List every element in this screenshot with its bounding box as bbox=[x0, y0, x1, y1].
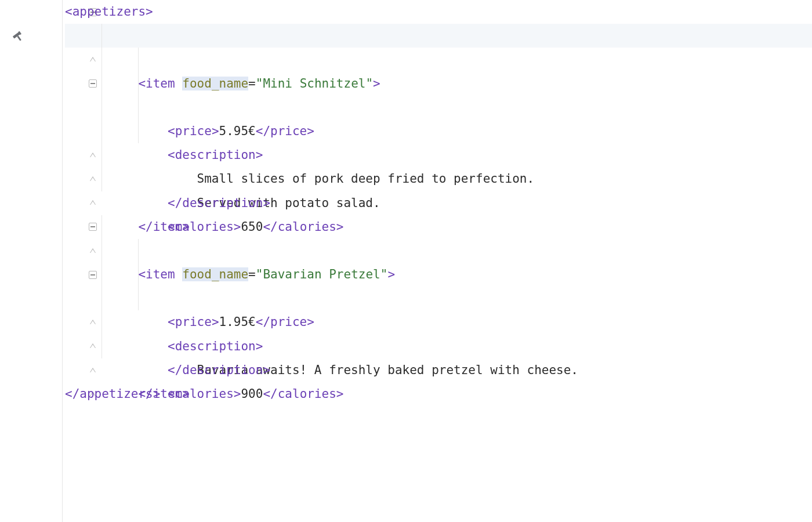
indent-guide bbox=[102, 48, 102, 71]
xml-editor[interactable]: <appetizers> <item food_name="Mini Schni… bbox=[0, 0, 812, 522]
indent-guide bbox=[102, 335, 102, 358]
indent-guide bbox=[138, 287, 139, 310]
indent-guide bbox=[102, 263, 102, 287]
indent-guide bbox=[138, 239, 139, 263]
code-line[interactable] bbox=[65, 430, 812, 454]
code-line[interactable] bbox=[65, 502, 812, 522]
code-line[interactable]: </item> bbox=[65, 191, 812, 215]
gutter-icons bbox=[0, 0, 35, 522]
code-line[interactable]: <price>1.95€</price> bbox=[65, 239, 812, 263]
indent-guide bbox=[102, 119, 102, 143]
tag-open: <appetizers> bbox=[65, 5, 153, 19]
code-line[interactable]: Small slices of pork deep fried to perfe… bbox=[65, 96, 812, 119]
fold-column bbox=[35, 0, 55, 522]
indent-guide bbox=[138, 96, 139, 119]
code-line[interactable]: <item food_name="Mini Schnitzel"> bbox=[65, 24, 812, 48]
indent-guide bbox=[138, 119, 139, 143]
code-line[interactable]: </item> bbox=[65, 358, 812, 382]
indent-guide bbox=[138, 72, 139, 96]
indent-guide bbox=[102, 167, 102, 191]
indent-guide bbox=[138, 263, 139, 287]
code-line[interactable]: <description> bbox=[65, 263, 812, 287]
code-line[interactable]: <calories>900</calories> bbox=[65, 335, 812, 358]
code-line[interactable]: <appetizers> bbox=[65, 0, 812, 24]
code-line[interactable]: </description> bbox=[65, 143, 812, 167]
code-line[interactable]: <description> bbox=[65, 72, 812, 96]
code-line[interactable]: </appetizers> bbox=[65, 382, 812, 406]
code-line[interactable]: Bavaria awaits! A freshly baked pretzel … bbox=[65, 287, 812, 310]
indent-guide bbox=[102, 239, 102, 263]
indent-guide-root bbox=[62, 0, 63, 522]
indent-guide bbox=[102, 96, 102, 119]
indent-guide bbox=[102, 143, 102, 167]
indent-guide bbox=[102, 310, 102, 334]
hammer-icon[interactable] bbox=[12, 30, 24, 43]
indent-guide bbox=[102, 215, 102, 239]
indent-guide bbox=[102, 287, 102, 310]
code-line[interactable] bbox=[65, 454, 812, 478]
code-line[interactable] bbox=[65, 406, 812, 430]
svg-rect-2 bbox=[17, 35, 21, 41]
gutter bbox=[0, 0, 55, 522]
code-line[interactable]: <item food_name="Bavarian Pretzel"> bbox=[65, 215, 812, 239]
code-line[interactable]: </description> bbox=[65, 310, 812, 334]
code-line[interactable]: <price>5.95€</price> bbox=[65, 48, 812, 71]
code-area[interactable]: <appetizers> <item food_name="Mini Schni… bbox=[65, 0, 812, 522]
indent-guide bbox=[138, 48, 139, 71]
code-line[interactable]: Served with potato salad. bbox=[65, 119, 812, 143]
code-line[interactable]: <calories>650</calories> bbox=[65, 167, 812, 191]
indent-guide bbox=[102, 24, 102, 48]
code-line[interactable] bbox=[65, 478, 812, 502]
indent-guide bbox=[102, 72, 102, 96]
